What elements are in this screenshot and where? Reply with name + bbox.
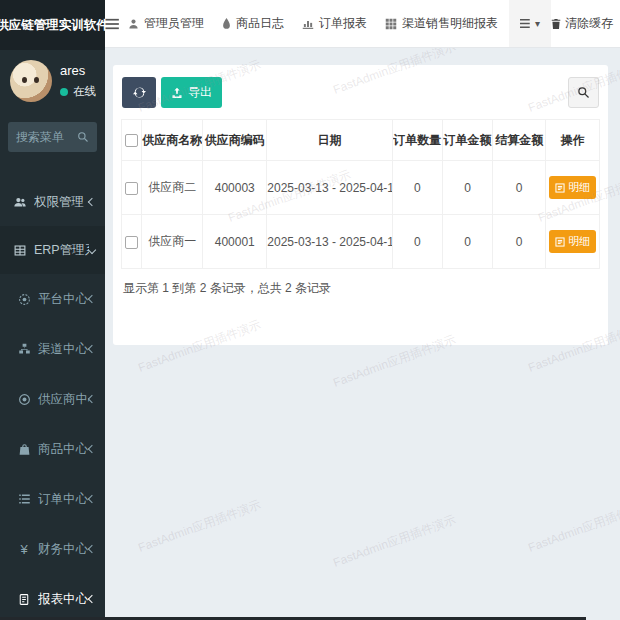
tab-label: 渠道销售明细报表 <box>402 15 498 32</box>
col-header-settlement-amount: 结算金额 <box>492 120 546 161</box>
upload-icon <box>171 87 183 99</box>
sidebar-item-label: 订单中心 <box>38 491 89 508</box>
sidebar-item-product-center[interactable]: 商品中心 <box>0 424 105 474</box>
chevron-left-icon <box>88 295 96 303</box>
sidebar-item-permissions[interactable]: 权限管理 <box>0 178 105 226</box>
sidebar-item-erp-system[interactable]: ERP管理系统 <box>0 226 105 274</box>
currency-yuan-icon: ¥ <box>16 542 32 557</box>
online-dot-icon <box>60 88 68 96</box>
sidebar-search <box>8 122 97 152</box>
watermark: FastAdmin应用插件演示 <box>136 496 263 556</box>
select-all-checkbox[interactable] <box>125 134 138 147</box>
caret-down-icon: ▾ <box>535 18 540 29</box>
cell-supplier-code: 400001 <box>203 215 267 269</box>
clear-cache-label: 清除缓存 <box>565 15 613 32</box>
table-search-button[interactable] <box>568 77 599 108</box>
search-icon <box>577 86 590 99</box>
detail-button[interactable]: 明细 <box>549 230 596 253</box>
col-header-supplier-name: 供应商名称 <box>142 120 203 161</box>
col-header-date: 日期 <box>267 120 392 161</box>
app-brand: 供应链管理实训软件 <box>0 0 105 50</box>
sidebar-item-channel-center[interactable]: 渠道中心 <box>0 324 105 374</box>
sidebar-item-label: 权限管理 <box>34 194 89 211</box>
cell-supplier-code: 400003 <box>203 161 267 215</box>
export-button[interactable]: 导出 <box>161 77 222 108</box>
list-icon <box>16 493 32 505</box>
cell-supplier-name: 供应商二 <box>142 161 203 215</box>
tab-label: 商品日志 <box>236 15 284 32</box>
sidebar-item-supplier-center[interactable]: 供应商中心 <box>0 374 105 424</box>
tab-admin-management[interactable]: 管理员管理 <box>119 0 213 47</box>
chevron-left-icon <box>88 595 96 603</box>
user-status: 在线 <box>60 84 96 99</box>
chevron-left-icon <box>88 345 96 353</box>
tab-label: 管理员管理 <box>144 15 204 32</box>
top-navbar: 管理员管理 商品日志 订单报表 渠道销售明细报表 ▾ 清除缓存 <box>105 0 620 48</box>
gear-icon <box>16 293 32 306</box>
tab-product-log[interactable]: 商品日志 <box>213 0 293 47</box>
sidebar-item-order-center[interactable]: 订单中心 <box>0 474 105 524</box>
table-header-row: 供应商名称 供应商编码 日期 订单数量 订单金额 结算金额 操作 <box>122 120 600 161</box>
sidebar-item-finance-center[interactable]: ¥ 财务中心 <box>0 524 105 574</box>
user-status-label: 在线 <box>73 84 96 99</box>
cell-order-amount: 0 <box>443 161 493 215</box>
chevron-left-icon <box>88 198 96 206</box>
sidebar-user-panel: ares 在线 <box>0 50 105 110</box>
cell-order-qty: 0 <box>392 215 443 269</box>
cell-supplier-name: 供应商一 <box>142 215 203 269</box>
tab-order-report[interactable]: 订单报表 <box>293 0 376 47</box>
cell-settlement-amount: 0 <box>492 215 546 269</box>
search-icon <box>77 131 89 143</box>
watermark: FastAdmin应用插件演示 <box>526 496 620 556</box>
trash-icon <box>551 18 561 30</box>
watermark: FastAdmin应用插件演示 <box>331 511 458 571</box>
tab-label: 订单报表 <box>319 15 367 32</box>
table-row: 供应商二 400003 2025-03-13 - 2025-04-13 0 0 … <box>122 161 600 215</box>
sidebar-item-label: 供应商中心 <box>38 391 89 408</box>
row-checkbox[interactable] <box>125 236 138 249</box>
sitemap-icon <box>16 343 32 355</box>
detail-icon <box>555 237 565 247</box>
row-checkbox[interactable] <box>125 182 138 195</box>
detail-button[interactable]: 明细 <box>549 176 596 199</box>
table-toolbar: 导出 <box>113 65 608 119</box>
clear-cache-button[interactable]: 清除缓存 <box>551 15 613 32</box>
user-avatar <box>10 60 52 102</box>
col-header-supplier-code: 供应商编码 <box>203 120 267 161</box>
chevron-down-icon <box>88 246 96 254</box>
sidebar-item-platform-center[interactable]: 平台中心 <box>0 274 105 324</box>
col-header-order-qty: 订单数量 <box>392 120 443 161</box>
cell-order-qty: 0 <box>392 161 443 215</box>
bar-chart-icon <box>302 18 314 30</box>
cell-settlement-amount: 0 <box>492 161 546 215</box>
detail-button-label: 明细 <box>568 234 590 249</box>
sidebar-item-label: 渠道中心 <box>38 341 89 358</box>
col-header-actions: 操作 <box>546 120 600 161</box>
tabs-dropdown-toggle[interactable]: ▾ <box>509 0 551 47</box>
refresh-icon <box>133 86 146 99</box>
user-name: ares <box>60 63 96 78</box>
report-table: 供应商名称 供应商编码 日期 订单数量 订单金额 结算金额 操作 供应商二 40… <box>121 119 600 269</box>
pagination-summary: 显示第 1 到第 2 条记录，总共 2 条记录 <box>113 269 608 308</box>
tab-channel-sales-detail-report[interactable]: 渠道销售明细报表 <box>376 0 507 47</box>
sidebar-search-input[interactable] <box>16 130 77 144</box>
sidebar: 供应链管理实训软件 ares 在线 权限管理 ERP管 <box>0 0 105 620</box>
col-header-order-amount: 订单金额 <box>443 120 493 161</box>
cell-date: 2025-03-13 - 2025-04-13 <box>267 215 392 269</box>
refresh-button[interactable] <box>122 77 156 108</box>
sidebar-item-label: 财务中心 <box>38 541 89 558</box>
sidebar-item-label: 报表中心 <box>38 591 89 608</box>
grid-icon <box>385 18 397 30</box>
shopping-bag-icon <box>16 443 32 456</box>
sidebar-item-report-center[interactable]: 报表中心 <box>0 574 105 620</box>
chevron-left-icon <box>88 545 96 553</box>
user-icon <box>128 18 139 30</box>
dot-circle-icon <box>16 393 32 406</box>
cell-order-amount: 0 <box>443 215 493 269</box>
cell-date: 2025-03-13 - 2025-04-13 <box>267 161 392 215</box>
chevron-left-icon <box>88 495 96 503</box>
chevron-left-icon <box>88 445 96 453</box>
table-row: 供应商一 400001 2025-03-13 - 2025-04-13 0 0 … <box>122 215 600 269</box>
report-panel: 导出 供应商名称 供应商编码 日期 订单数量 订单金额 结算金额 <box>113 65 608 345</box>
sidebar-item-label: 平台中心 <box>38 291 89 308</box>
